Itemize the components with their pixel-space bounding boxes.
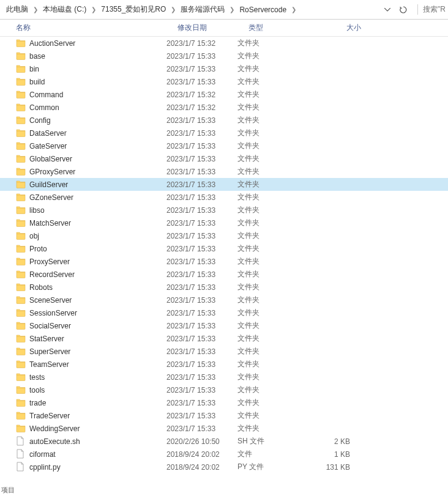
crumb-3[interactable]: 服务端源代码 xyxy=(177,4,228,15)
file-row[interactable]: tools2023/1/7 15:33文件夹 xyxy=(0,383,448,396)
search-placeholder: 搜索"R xyxy=(423,4,446,15)
file-name: SocialServer xyxy=(29,322,71,330)
file-row[interactable]: StatServer2023/1/7 15:33文件夹 xyxy=(0,332,448,345)
file-type: 文件夹 xyxy=(237,38,308,48)
header-size[interactable]: 大小 xyxy=(319,23,366,33)
folder-icon xyxy=(16,205,27,216)
file-type: 文件夹 xyxy=(237,218,308,228)
refresh-button[interactable] xyxy=(397,3,410,17)
file-date: 2023/1/7 15:33 xyxy=(166,219,237,228)
history-dropdown-button[interactable] xyxy=(381,3,394,17)
file-row[interactable]: DataServer2023/1/7 15:33文件夹 xyxy=(0,127,448,139)
file-type: 文件夹 xyxy=(237,320,308,331)
folder-icon xyxy=(16,231,27,242)
header-name[interactable]: 名称 xyxy=(16,23,177,33)
folder-icon xyxy=(16,218,27,229)
folder-icon xyxy=(16,372,27,383)
file-row[interactable]: Common2023/1/7 15:32文件夹 xyxy=(0,101,448,114)
file-date: 2023/1/7 15:33 xyxy=(166,257,237,266)
header-type[interactable]: 类型 xyxy=(248,23,319,33)
file-date: 2023/1/7 15:33 xyxy=(166,180,237,189)
file-row[interactable]: base2023/1/7 15:33文件夹 xyxy=(0,50,448,62)
file-type: 文件夹 xyxy=(237,269,308,279)
file-row[interactable]: build2023/1/7 15:33文件夹 xyxy=(0,75,448,88)
file-date: 2023/1/7 15:33 xyxy=(166,168,237,176)
file-name: Command xyxy=(29,91,63,99)
file-date: 2020/2/26 10:50 xyxy=(166,437,237,446)
file-row[interactable]: Proto2023/1/7 15:33文件夹 xyxy=(0,242,448,255)
breadcrumb[interactable]: 此电脑 ❯ 本地磁盘 (C:) ❯ 71355_爱如初见RO ❯ 服务端源代码 … xyxy=(0,0,448,20)
search-input[interactable]: 搜索"R xyxy=(417,4,446,15)
file-row[interactable]: ciformat2018/9/24 20:02文件1 KB xyxy=(0,448,448,461)
file-row[interactable]: SuperServer2023/1/7 15:33文件夹 xyxy=(0,345,448,358)
file-type: 文件夹 xyxy=(237,154,308,164)
file-row[interactable]: GlobalServer2023/1/7 15:33文件夹 xyxy=(0,152,448,165)
file-row[interactable]: cpplint.py2018/9/24 20:02PY 文件131 KB xyxy=(0,461,448,473)
file-date: 2023/1/7 15:33 xyxy=(166,309,237,317)
file-row[interactable]: SceneServer2023/1/7 15:33文件夹 xyxy=(0,294,448,306)
crumb-2[interactable]: 71355_爱如初见RO xyxy=(97,4,170,15)
file-list: AuctionServer2023/1/7 15:32文件夹base2023/1… xyxy=(0,37,448,473)
chevron-right-icon: ❯ xyxy=(170,6,177,13)
file-row[interactable]: tests2023/1/7 15:33文件夹 xyxy=(0,371,448,383)
file-date: 2023/1/7 15:33 xyxy=(166,399,237,407)
file-date: 2023/1/7 15:33 xyxy=(166,270,237,279)
file-row[interactable]: SocialServer2023/1/7 15:33文件夹 xyxy=(0,319,448,332)
folder-icon xyxy=(16,64,27,75)
folder-icon xyxy=(16,154,27,165)
file-type: SH 文件 xyxy=(237,436,308,446)
file-name: WeddingServer xyxy=(29,424,80,433)
file-type: 文件夹 xyxy=(237,89,308,100)
file-type: 文件夹 xyxy=(237,359,308,369)
file-row[interactable]: trade2023/1/7 15:33文件夹 xyxy=(0,396,448,409)
file-row[interactable]: Command2023/1/7 15:32文件夹 xyxy=(0,88,448,101)
file-name: GateServer xyxy=(29,142,67,150)
file-type: 文件夹 xyxy=(237,308,308,318)
folder-icon xyxy=(16,51,27,62)
folder-icon xyxy=(16,243,27,254)
folder-icon xyxy=(16,410,27,421)
file-name: build xyxy=(29,78,45,86)
file-icon xyxy=(16,436,27,447)
file-row[interactable]: TradeServer2023/1/7 15:33文件夹 xyxy=(0,409,448,422)
header-date[interactable]: 修改日期 xyxy=(177,23,248,33)
file-row[interactable]: WeddingServer2023/1/7 15:33文件夹 xyxy=(0,422,448,435)
folder-icon xyxy=(16,269,27,280)
file-row[interactable]: Robots2023/1/7 15:33文件夹 xyxy=(0,281,448,294)
file-row[interactable]: GProxyServer2023/1/7 15:33文件夹 xyxy=(0,165,448,178)
file-row[interactable]: autoExecute.sh2020/2/26 10:50SH 文件2 KB xyxy=(0,435,448,448)
crumb-0[interactable]: 此电脑 xyxy=(2,4,32,15)
folder-icon xyxy=(16,76,27,87)
file-row[interactable]: GuildServer2023/1/7 15:33文件夹 xyxy=(0,178,448,191)
file-row[interactable]: SessionServer2023/1/7 15:33文件夹 xyxy=(0,306,448,319)
file-row[interactable]: Config2023/1/7 15:33文件夹 xyxy=(0,114,448,127)
status-bar: 项目 xyxy=(0,484,16,496)
file-date: 2023/1/7 15:33 xyxy=(166,52,237,61)
file-icon xyxy=(16,462,27,473)
file-date: 2023/1/7 15:32 xyxy=(166,91,237,99)
folder-icon xyxy=(16,166,27,177)
file-name: MatchServer xyxy=(29,219,71,228)
file-row[interactable]: GateServer2023/1/7 15:33文件夹 xyxy=(0,139,448,152)
file-row[interactable]: MatchServer2023/1/7 15:33文件夹 xyxy=(0,217,448,229)
file-row[interactable]: GZoneServer2023/1/7 15:33文件夹 xyxy=(0,191,448,204)
file-row[interactable]: obj2023/1/7 15:33文件夹 xyxy=(0,229,448,242)
file-date: 2023/1/7 15:33 xyxy=(166,386,237,394)
file-row[interactable]: TeamServer2023/1/7 15:33文件夹 xyxy=(0,358,448,371)
file-row[interactable]: AuctionServer2023/1/7 15:32文件夹 xyxy=(0,37,448,50)
crumb-1[interactable]: 本地磁盘 (C:) xyxy=(39,4,90,15)
file-row[interactable]: libso2023/1/7 15:33文件夹 xyxy=(0,204,448,217)
file-date: 2023/1/7 15:33 xyxy=(166,206,237,215)
file-date: 2018/9/24 20:02 xyxy=(166,463,237,472)
file-type: 文件夹 xyxy=(237,205,308,215)
file-row[interactable]: ProxyServer2023/1/7 15:33文件夹 xyxy=(0,255,448,268)
folder-icon xyxy=(16,423,27,434)
file-date: 2023/1/7 15:33 xyxy=(166,360,237,369)
file-row[interactable]: RecordServer2023/1/7 15:33文件夹 xyxy=(0,268,448,281)
crumb-4[interactable]: RoServercode xyxy=(236,6,290,14)
file-name: AuctionServer xyxy=(29,39,75,48)
file-date: 2023/1/7 15:32 xyxy=(166,103,237,112)
file-type: 文件夹 xyxy=(237,76,308,87)
file-row[interactable]: bin2023/1/7 15:33文件夹 xyxy=(0,62,448,75)
folder-icon xyxy=(16,308,27,319)
